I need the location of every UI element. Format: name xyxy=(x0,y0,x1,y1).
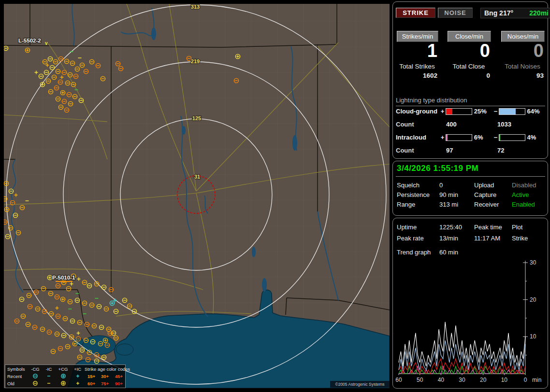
peak-rate-value: 13/min xyxy=(439,235,458,242)
svg-text:20: 20 xyxy=(480,377,487,383)
total-strikes-label: Total Strikes xyxy=(397,63,437,70)
svg-text:30: 30 xyxy=(530,259,536,266)
close-per-min-value: 0 xyxy=(448,41,490,61)
cp-symbol-icon xyxy=(60,373,66,379)
squelch-value: 0 xyxy=(439,182,443,189)
squelch-label: Squelch xyxy=(397,182,420,189)
svg-text:10: 10 xyxy=(501,377,508,383)
svg-text:30: 30 xyxy=(459,377,465,383)
capture-status: Active xyxy=(512,191,529,198)
upload-label: Upload xyxy=(474,182,494,189)
minus-sign: − xyxy=(492,134,499,141)
cg-neg-bar xyxy=(499,108,525,115)
svg-text:min: min xyxy=(532,377,541,383)
cg-neg-pct: 64% xyxy=(527,108,546,115)
bearing-readout: Bng 217° 220mi xyxy=(480,8,550,18)
map-canvas[interactable]: 31321912531L-5502-2vP-5010-1 xyxy=(4,4,390,388)
range-value: 313 mi xyxy=(439,201,458,208)
strike-counter-panel: STRIKE NOISE Bng 217° 220mi Strikes/min … xyxy=(392,1,548,159)
svg-text:40: 40 xyxy=(438,377,445,383)
uptime-row: Uptime 1225:40 Peak time Plot xyxy=(393,224,548,233)
svg-text:60: 60 xyxy=(395,377,402,383)
range-ring-label: 313 xyxy=(191,4,200,10)
noise-toggle-button[interactable]: NOISE xyxy=(438,8,473,18)
minus-sign: − xyxy=(492,108,499,115)
trend-graph-row: Trend graph 60 min xyxy=(393,249,548,258)
total-strikes-value: 1602 xyxy=(397,72,437,79)
total-close-label: Total Close xyxy=(448,63,490,70)
noises-per-min-value: 0 xyxy=(501,41,544,61)
p-symbol-icon xyxy=(75,373,81,379)
persistence-value: 90 min xyxy=(439,191,458,198)
cloud-ground-count-row: Count 400 1033 xyxy=(396,121,511,128)
ic-neg-count: 72 xyxy=(497,147,504,154)
intracloud-count-row: Count 97 72 xyxy=(396,147,504,154)
uptime-value: 1225:40 xyxy=(439,224,462,231)
svg-text:10: 10 xyxy=(530,333,536,340)
trend-graph-window: 60 min xyxy=(439,249,458,256)
receiver-label: Receiver xyxy=(474,201,499,208)
range-row: Range 313 mi Receiver Enabled xyxy=(393,201,548,210)
strike-toggle-button[interactable]: STRIKE xyxy=(396,8,435,18)
ic-neg-pct: 4% xyxy=(527,134,546,141)
ic-neg-bar xyxy=(499,134,525,141)
storm-cell-label: L-5502-2 xyxy=(18,38,41,43)
cg-pos-bar xyxy=(446,108,472,115)
total-noises-value: 93 xyxy=(501,72,544,79)
uptime-label: Uptime xyxy=(397,224,417,231)
persistence-label: Persistence xyxy=(397,191,430,198)
plot-label: Plot xyxy=(512,224,522,231)
ic-pos-bar xyxy=(446,134,472,141)
plus-sign: + xyxy=(439,108,446,115)
range-ring-label: 31 xyxy=(194,174,200,180)
n-symbol-icon xyxy=(46,380,52,386)
range-label: Range xyxy=(397,201,415,208)
copyright-notice: ©2005 Astrogenic Systems xyxy=(330,381,390,388)
strikes-per-min-value: 1 xyxy=(397,41,437,61)
intracloud-row: Intracloud + 6% − 4% xyxy=(396,134,546,141)
receiver-status: Enabled xyxy=(512,201,535,208)
capture-label: Capture xyxy=(474,191,496,198)
divider xyxy=(396,176,545,177)
persistence-row: Persistence 90 min Capture Active xyxy=(393,191,548,201)
ic-pos-count: 97 xyxy=(446,147,497,154)
range-ring-label: 125 xyxy=(192,115,201,121)
trend-panel: Uptime 1225:40 Peak time Plot Peak rate … xyxy=(392,218,548,389)
cloud-ground-label: Cloud-ground xyxy=(396,108,439,115)
bearing-label: Bng 217° xyxy=(484,9,513,17)
status-panel: 3/4/2026 1:55:19 PM Squelch 0 Upload Dis… xyxy=(392,161,548,216)
svg-text:0: 0 xyxy=(524,377,527,383)
lightning-tracker-app: { "map": { "land_color": "#5c5149", "wat… xyxy=(0,0,550,392)
map-view[interactable]: 31321912531L-5502-2vP-5010-1 Symbols-CG-… xyxy=(4,4,390,388)
peak-rate-label: Peak rate xyxy=(397,235,424,242)
squelch-row: Squelch 0 Upload Disabled xyxy=(393,182,548,191)
svg-text:20: 20 xyxy=(530,296,536,303)
symbol-legend: Symbols-CG-IC+CG+ICStrike age color code… xyxy=(5,364,126,388)
range-ring-label: 219 xyxy=(191,58,200,64)
cp-symbol-icon xyxy=(60,380,66,386)
upload-status: Disabled xyxy=(512,182,536,189)
trend-graph-label: Trend graph xyxy=(397,249,431,256)
cg-pos-count: 400 xyxy=(446,121,497,128)
cn-symbol-icon xyxy=(32,373,38,379)
peak-rate-row: Peak rate 13/min 11:17 AM Strike xyxy=(393,235,548,244)
storm-cell-label: P-5010-1 xyxy=(52,275,75,280)
plot-mode-value: Strike xyxy=(512,235,528,242)
n-symbol-icon xyxy=(46,373,52,379)
peak-time-label: Peak time xyxy=(474,224,502,231)
cg-pos-pct: 25% xyxy=(474,108,492,115)
peak-time-value: 11:17 AM xyxy=(474,235,500,242)
current-datetime: 3/4/2026 1:55:19 PM xyxy=(397,164,478,173)
trend-graph-chart: 1020306050403020100min xyxy=(395,259,546,385)
count-label: Count xyxy=(396,147,446,154)
plus-sign: + xyxy=(439,134,446,141)
cg-neg-count: 1033 xyxy=(497,121,511,128)
svg-text:50: 50 xyxy=(417,377,423,383)
total-noises-label: Total Noises xyxy=(501,63,544,70)
distribution-title: Lightning type distribution xyxy=(396,97,545,106)
intracloud-label: Intracloud xyxy=(396,134,439,141)
ic-pos-pct: 6% xyxy=(474,134,492,141)
cloud-ground-row: Cloud-ground + 25% − 64% xyxy=(396,108,546,115)
total-close-value: 0 xyxy=(448,72,490,79)
p-symbol-icon xyxy=(75,380,81,386)
